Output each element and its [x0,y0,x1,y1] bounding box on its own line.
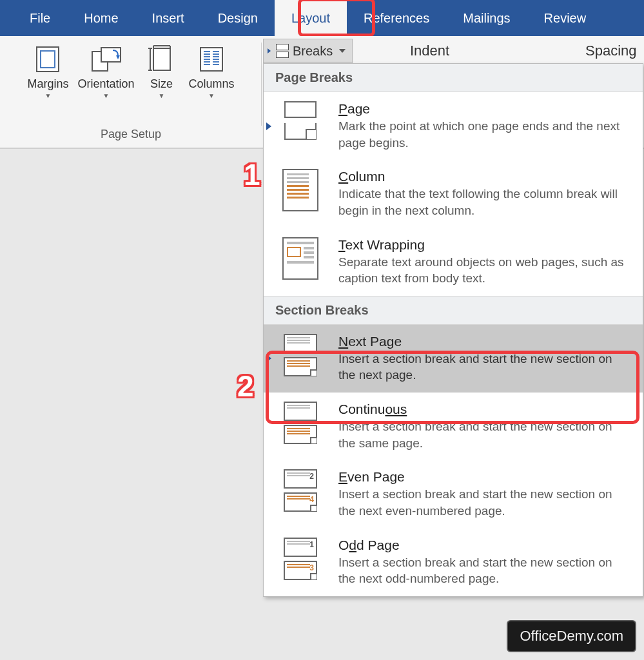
item-description: Indicate that the text following the col… [338,186,631,218]
dropdown-caret-icon: ▼ [208,92,215,99]
item-even-page-break[interactable]: 24 Even Page Insert a section break and … [264,460,643,528]
tab-references[interactable]: References [347,0,446,36]
item-text-wrapping-break[interactable]: Text Wrapping Separate text around objec… [264,228,643,296]
group-label-page-setup: Page Setup [101,128,161,145]
header-page-breaks: Page Breaks [264,64,643,92]
spacing-label: Spacing [585,43,637,59]
text-wrapping-icon [275,237,326,280]
margins-button[interactable]: Margins ▼ [23,43,72,101]
item-title: Continuous [338,402,631,417]
item-title: Next Page [338,334,631,349]
breaks-icon [276,44,289,58]
svg-rect-5 [153,48,170,70]
tab-file[interactable]: File [13,0,67,36]
item-odd-page-break[interactable]: 13 Odd Page Insert a section break and s… [264,529,643,596]
dropdown-caret-icon: ▼ [159,92,165,99]
size-icon [144,44,180,75]
item-title: Text Wrapping [338,237,631,253]
even-page-icon: 24 [275,469,326,512]
breaks-gallery: Page Breaks Page Mark the point at which… [263,63,643,597]
watermark: OfficeDemy.com [507,620,636,652]
orientation-button[interactable]: Orientation ▼ [73,43,138,101]
item-page-break[interactable]: Page Mark the point at which one page en… [264,92,643,160]
annotation-callout-1: 1 [244,157,260,192]
item-title: Even Page [338,469,631,485]
item-continuous-break[interactable]: Continuous Insert a section break and st… [264,393,643,460]
item-description: Mark the point at which one page ends an… [338,118,631,151]
ribbon-tab-bar: File Home Insert Design Layout Reference… [0,0,644,36]
orientation-icon [88,44,124,75]
page-break-icon [275,101,326,140]
columns-button[interactable]: Columns ▼ [185,43,239,101]
tab-home[interactable]: Home [67,0,135,36]
item-title: Odd Page [338,538,631,553]
arrow-icon [266,122,271,130]
annotation-callout-2: 2 [237,369,254,403]
odd-page-icon: 13 [275,538,326,580]
columns-label: Columns [189,77,235,91]
tab-layout[interactable]: Layout [275,0,347,36]
header-section-breaks: Section Breaks [264,296,643,325]
orientation-label: Orientation [77,77,134,91]
dropdown-caret-icon: ▼ [45,92,52,99]
item-description: Insert a section break and start the new… [338,418,631,451]
margins-icon [30,44,66,75]
column-break-icon [275,169,326,211]
arrow-icon [266,354,271,362]
arrow-icon [268,48,271,53]
breaks-label: Breaks [293,44,333,59]
dropdown-caret-icon: ▼ [103,92,110,99]
group-page-setup: Margins ▼ Orientation ▼ Size ▼ [0,36,262,148]
item-description: Separate text around objects on web page… [338,254,631,287]
continuous-icon [275,402,326,444]
tab-design[interactable]: Design [201,0,275,36]
tab-insert[interactable]: Insert [135,0,201,36]
breaks-button[interactable]: Breaks [263,39,353,63]
dropdown-caret-icon [339,49,346,53]
next-page-icon [275,334,326,376]
item-description: Insert a section break and start the new… [338,486,631,519]
indent-label: Indent [410,43,449,59]
margins-label: Margins [27,77,68,91]
tab-mailings[interactable]: Mailings [446,0,527,36]
item-description: Insert a section break and start the new… [338,554,631,587]
item-description: Insert a section break and start the new… [338,351,631,383]
item-title: Column [338,169,631,184]
size-button[interactable]: Size ▼ [140,43,184,101]
item-column-break[interactable]: Column Indicate that the text following … [264,160,643,228]
item-title: Page [338,101,631,117]
columns-icon [193,44,229,75]
tab-review[interactable]: Review [527,0,603,36]
size-label: Size [150,77,173,91]
item-next-page-break[interactable]: Next Page Insert a section break and sta… [264,325,643,393]
